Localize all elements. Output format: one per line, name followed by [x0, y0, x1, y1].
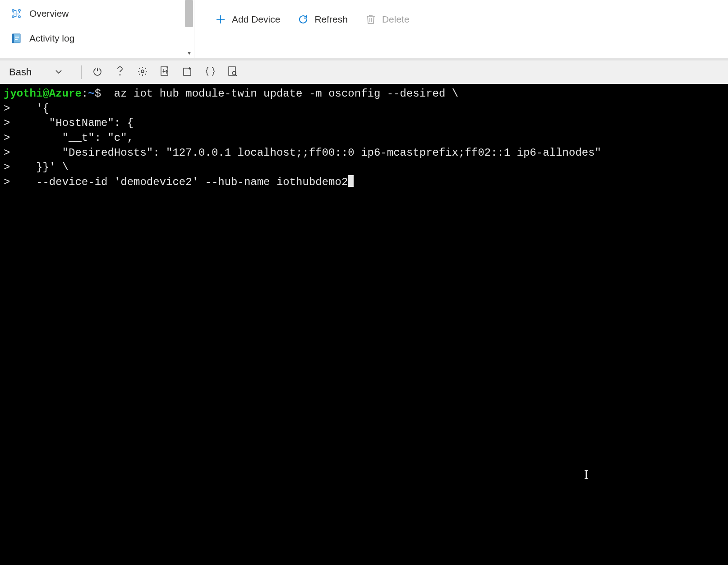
sidebar-nav: Overview Activity log ▴ ▾ — [0, 0, 194, 58]
delete-label: Delete — [382, 14, 410, 25]
activity-log-icon — [11, 33, 21, 43]
new-session-button[interactable] — [177, 63, 198, 81]
sidebar-item-label: Activity log — [29, 33, 74, 44]
svg-rect-6 — [15, 36, 19, 37]
braces-icon — [205, 66, 216, 78]
chevron-down-icon — [55, 66, 62, 78]
overview-icon — [11, 9, 21, 19]
toolbar-divider — [81, 65, 82, 79]
help-button[interactable] — [110, 63, 130, 81]
cloud-shell-toolbar: Bash — [0, 60, 728, 84]
add-device-label: Add Device — [232, 14, 280, 25]
refresh-icon — [297, 14, 309, 25]
shell-selector-label: Bash — [9, 66, 32, 78]
command-bar: Add Device Refresh Delete — [215, 12, 727, 35]
cloud-shell-terminal[interactable]: jyothi@Azure:~$ az iot hub module-twin u… — [0, 84, 728, 565]
refresh-label: Refresh — [314, 14, 348, 25]
svg-point-3 — [18, 16, 20, 18]
help-icon — [115, 66, 124, 78]
new-file-icon — [183, 66, 193, 78]
terminal-cursor — [348, 175, 354, 187]
svg-point-12 — [141, 70, 144, 73]
sidebar-scrollbar[interactable]: ▴ ▾ — [184, 0, 194, 58]
power-icon — [92, 66, 102, 78]
refresh-button[interactable]: Refresh — [297, 14, 348, 25]
preview-icon — [228, 66, 238, 79]
upload-download-icon — [160, 66, 170, 79]
svg-point-1 — [18, 9, 20, 11]
plus-icon — [215, 14, 226, 25]
content-area: Add Device Refresh Delete — [194, 0, 728, 58]
sidebar-item-label: Overview — [29, 8, 69, 19]
svg-rect-5 — [12, 34, 14, 43]
svg-rect-8 — [15, 39, 18, 40]
editor-button[interactable] — [200, 63, 221, 81]
svg-rect-7 — [15, 37, 19, 38]
web-preview-button[interactable] — [222, 63, 243, 81]
svg-point-11 — [120, 74, 121, 76]
shell-selector[interactable]: Bash — [4, 63, 76, 81]
sidebar-item-activity-log[interactable]: Activity log — [0, 26, 194, 51]
upload-download-button[interactable] — [155, 63, 175, 81]
delete-button: Delete — [365, 14, 410, 25]
gear-icon — [138, 66, 147, 78]
text-caret-icon: I — [584, 465, 589, 484]
trash-icon — [365, 14, 377, 25]
settings-button[interactable] — [132, 63, 153, 81]
restart-shell-button[interactable] — [87, 63, 108, 81]
scroll-thumb[interactable] — [185, 0, 193, 27]
svg-point-0 — [12, 9, 14, 11]
sidebar-item-overview[interactable]: Overview — [0, 1, 194, 26]
svg-point-2 — [12, 16, 14, 18]
scroll-down-icon[interactable]: ▾ — [184, 48, 194, 58]
portal-top-region: Overview Activity log ▴ ▾ — [0, 0, 728, 58]
add-device-button[interactable]: Add Device — [215, 14, 280, 25]
